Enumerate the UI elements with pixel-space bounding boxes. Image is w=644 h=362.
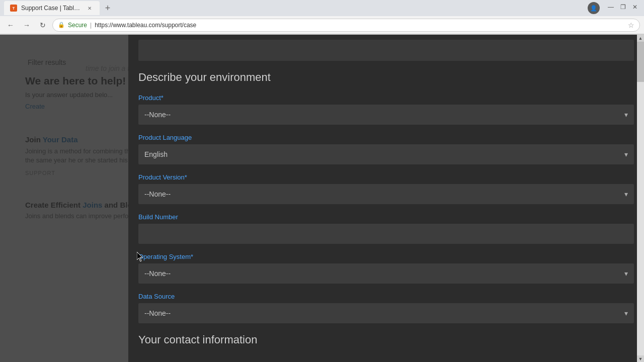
tab-title: Support Case | Tableau S... [21, 5, 82, 12]
data-source-select-wrapper: --None-- Excel SQL Server Oracle Salesfo… [138, 303, 634, 323]
restore-button[interactable]: ❐ [618, 2, 628, 12]
build-number-label: Build Number [138, 213, 634, 221]
scrollbar-thumb[interactable] [637, 42, 644, 82]
product-field-group: Product* --None-- Tableau Desktop Tablea… [138, 94, 634, 125]
url-separator: | [90, 22, 92, 29]
product-version-field-group: Product Version* --None-- 2023.1 2022.4 … [138, 173, 634, 204]
tab-favicon: T [10, 5, 17, 12]
browser-tab[interactable]: T Support Case | Tableau S... ✕ [4, 1, 100, 15]
secure-icon: 🔒 [58, 22, 65, 28]
contact-section-title: Your contact information [138, 333, 634, 346]
scrollbar[interactable]: ▲ ▼ [637, 35, 644, 362]
environment-section-title: Describe your environment [138, 71, 634, 84]
refresh-button[interactable]: ↻ [36, 19, 49, 32]
product-select[interactable]: --None-- Tableau Desktop Tableau Server … [138, 105, 634, 125]
secure-label: Secure [68, 22, 87, 29]
product-language-select-wrapper: English French German Japanese Spanish [138, 144, 634, 164]
browser-chrome: T Support Case | Tableau S... ✕ + 👤 — ❐ … [0, 0, 644, 35]
operating-system-label: Operating System* [138, 253, 634, 260]
window-controls: 👤 — ❐ ✕ [588, 2, 640, 14]
bookmark-icon[interactable]: ☆ [628, 21, 634, 29]
left-overlay [0, 35, 128, 362]
product-version-select[interactable]: --None-- 2023.1 2022.4 2022.3 2022.2 [138, 184, 634, 204]
scroll-up-button[interactable]: ▲ [637, 35, 644, 42]
tab-close-button[interactable]: ✕ [86, 4, 94, 12]
data-source-label: Data Source [138, 293, 634, 300]
operating-system-field-group: Operating System* --None-- Windows 10 Wi… [138, 253, 634, 284]
profile-icon[interactable]: 👤 [588, 2, 600, 14]
page-content: Filter results Product time to join a ta… [0, 35, 644, 362]
address-bar[interactable]: 🔒 Secure | https://www.tableau.com/suppo… [52, 19, 640, 32]
title-bar: T Support Case | Tableau S... ✕ + 👤 — ❐ … [0, 0, 644, 16]
scroll-down-button[interactable]: ▼ [637, 355, 644, 362]
product-label: Product* [138, 94, 634, 102]
minimize-button[interactable]: — [606, 2, 616, 12]
form-section: Describe your environment Product* --Non… [128, 71, 644, 346]
new-tab-button[interactable]: + [101, 1, 115, 15]
form-panel: Describe your environment Product* --Non… [128, 35, 644, 362]
nav-bar: ← → ↻ 🔒 Secure | https://www.tableau.com… [0, 16, 644, 34]
operating-system-select-wrapper: --None-- Windows 10 Windows 11 macOS Mon… [138, 263, 634, 284]
forward-button[interactable]: → [20, 19, 33, 32]
product-select-wrapper: --None-- Tableau Desktop Tableau Server … [138, 105, 634, 125]
product-language-field-group: Product Language English French German J… [138, 134, 634, 164]
top-textarea[interactable] [138, 40, 634, 61]
build-number-field-group: Build Number [138, 213, 634, 244]
product-language-label: Product Language [138, 134, 634, 141]
operating-system-select[interactable]: --None-- Windows 10 Windows 11 macOS Mon… [138, 263, 634, 284]
url-text: https://www.tableau.com/support/case [95, 22, 196, 29]
data-source-select[interactable]: --None-- Excel SQL Server Oracle Salesfo… [138, 303, 634, 323]
product-version-label: Product Version* [138, 173, 634, 181]
build-number-input[interactable] [138, 224, 634, 244]
product-version-select-wrapper: --None-- 2023.1 2022.4 2022.3 2022.2 [138, 184, 634, 204]
close-button[interactable]: ✕ [630, 2, 640, 12]
data-source-field-group: Data Source --None-- Excel SQL Server Or… [138, 293, 634, 323]
back-button[interactable]: ← [4, 19, 17, 32]
product-language-select[interactable]: English French German Japanese Spanish [138, 144, 634, 164]
